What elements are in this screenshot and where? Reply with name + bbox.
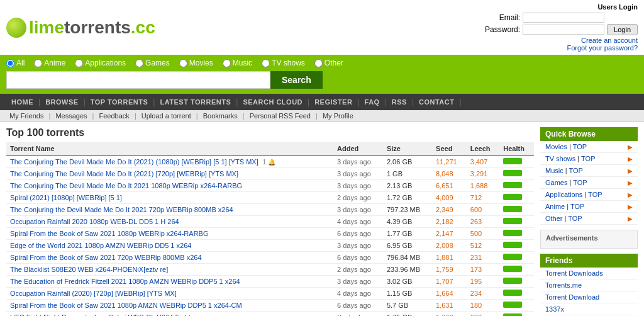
torrent-name-link[interactable]: The Conjuring The Devil Made Me Do It 20… bbox=[10, 182, 242, 189]
nav-home[interactable]: HOME bbox=[6, 97, 38, 107]
rss-icon-music[interactable]: ▶ bbox=[628, 167, 633, 174]
nav-top-torrents[interactable]: TOP TORRENTS bbox=[86, 97, 153, 107]
friend-torrent-download: Torrent Download bbox=[540, 291, 638, 303]
subnav-my-friends[interactable]: My Friends bbox=[6, 112, 47, 120]
torrent-size-cell: 797.23 MB bbox=[383, 204, 432, 216]
password-input[interactable] bbox=[523, 25, 604, 35]
friend-torrent-downloads-link[interactable]: Torrent Downloads bbox=[545, 269, 603, 277]
site-logo[interactable]: limetorrents.cc bbox=[6, 18, 155, 38]
subnav-upload[interactable]: Upload a torrent bbox=[138, 112, 194, 120]
torrent-added-cell: 3 days ago bbox=[333, 204, 383, 216]
quick-browse-box: Quick Browse Movies | TOP ▶ TV shows | T… bbox=[540, 127, 638, 225]
torrent-name-link[interactable]: The Conjuring The Devil Made Me Do It (2… bbox=[10, 158, 258, 166]
search-button[interactable]: Search bbox=[270, 71, 323, 89]
col-name: Torrent Name bbox=[6, 142, 333, 155]
radio-anime[interactable]: Anime bbox=[34, 59, 65, 67]
torrent-name-link[interactable]: The Conjuring the Devil Made Me Do It 20… bbox=[10, 206, 233, 213]
quick-tvshows-top-link[interactable]: TOP bbox=[581, 155, 595, 162]
email-input[interactable] bbox=[523, 13, 604, 23]
nav-faq[interactable]: FAQ bbox=[360, 97, 385, 107]
radio-other[interactable]: Other bbox=[314, 59, 343, 67]
torrent-added-cell: 3 days ago bbox=[333, 276, 383, 288]
subnav-feedback[interactable]: Feedback bbox=[96, 112, 133, 120]
torrent-size-cell: 2.13 GB bbox=[383, 180, 432, 192]
radio-movies[interactable]: Movies bbox=[179, 59, 213, 67]
radio-games[interactable]: Games bbox=[135, 59, 170, 67]
quick-anime-top-link[interactable]: TOP bbox=[570, 203, 584, 210]
quick-music-top-link[interactable]: TOP bbox=[569, 167, 583, 174]
nav-browse[interactable]: BROWSE bbox=[40, 97, 84, 107]
quick-games-top-link[interactable]: TOP bbox=[573, 179, 587, 186]
torrent-seed-cell: 1,707 bbox=[432, 276, 467, 288]
rss-icon-movies[interactable]: ▶ bbox=[628, 144, 633, 150]
torrent-seed-cell: 6,651 bbox=[432, 180, 467, 192]
health-bar bbox=[503, 218, 522, 224]
torrent-size-cell: 1.77 GB bbox=[383, 228, 432, 240]
rss-icon-apps[interactable]: ▶ bbox=[628, 191, 633, 198]
nav-register[interactable]: REGISTER bbox=[309, 97, 357, 107]
torrent-name-link[interactable]: UFC Fight Night Rozenstruik vs Sakai WEB… bbox=[10, 313, 191, 316]
friend-torrents-me-link[interactable]: Torrents.me bbox=[545, 281, 582, 289]
rss-icon-tvshows[interactable]: ▶ bbox=[628, 155, 633, 162]
health-bar bbox=[503, 302, 522, 308]
search-input[interactable] bbox=[6, 71, 270, 89]
torrent-leech-cell: 180 bbox=[467, 300, 499, 312]
quick-anime: Anime | TOP ▶ bbox=[540, 201, 638, 213]
quick-tvshows-link[interactable]: TV shows bbox=[545, 155, 575, 162]
forgot-password-link[interactable]: Forgot your password? bbox=[567, 44, 638, 52]
rss-icon-other[interactable]: ▶ bbox=[628, 215, 633, 222]
torrent-name-link[interactable]: Spiral From the Book of Saw 2021 1080p A… bbox=[10, 302, 242, 309]
subnav-rss-feed[interactable]: Personal RSS Feed bbox=[247, 112, 314, 120]
quick-other-top-link[interactable]: TOP bbox=[568, 215, 582, 222]
friend-torrent-download-link[interactable]: Torrent Download bbox=[545, 293, 599, 301]
radio-music[interactable]: Music bbox=[223, 59, 252, 67]
table-header-row: Torrent Name Added Size Seed Leech Healt… bbox=[6, 142, 534, 155]
torrent-health-cell bbox=[499, 240, 534, 252]
torrent-name-link[interactable]: Occupation Rainfall 2020 1080p WEB-DL DD… bbox=[10, 218, 179, 225]
quick-games-link[interactable]: Games bbox=[545, 179, 567, 186]
logo-cc: .cc bbox=[131, 18, 155, 37]
torrent-name-link[interactable]: Spiral (2021) [1080p] [WEBRip] [5 1] bbox=[10, 194, 122, 201]
torrent-added-cell: 6 days ago bbox=[333, 252, 383, 264]
quick-other-link[interactable]: Other bbox=[545, 215, 563, 222]
torrent-seed-cell: 2,182 bbox=[432, 216, 467, 228]
rss-icon-anime[interactable]: ▶ bbox=[628, 203, 633, 210]
torrent-added-cell: Yesterday bbox=[333, 312, 383, 317]
subnav-bookmarks[interactable]: Bookmarks bbox=[200, 112, 241, 120]
table-row: The Education of Fredrick Fitzell 2021 1… bbox=[6, 276, 534, 288]
health-bar bbox=[503, 206, 522, 212]
col-size: Size bbox=[383, 142, 432, 155]
nav-contact[interactable]: CONTACT bbox=[414, 97, 459, 107]
subnav-profile[interactable]: My Profile bbox=[319, 112, 357, 120]
torrent-name-link[interactable]: The Conjuring The Devil Made Me Do It (2… bbox=[10, 170, 238, 178]
nav-latest-torrents[interactable]: LATEST TORRENTS bbox=[155, 97, 236, 107]
radio-all[interactable]: All bbox=[6, 59, 25, 67]
torrent-name-link[interactable]: Spiral From the Book of Saw 2021 1080p W… bbox=[10, 230, 208, 237]
friend-1337x-link[interactable]: 1337x bbox=[545, 305, 564, 313]
subnav-messages[interactable]: Messages bbox=[52, 112, 90, 120]
login-button[interactable]: Login bbox=[607, 24, 638, 35]
quick-apps-link[interactable]: Applications bbox=[545, 191, 582, 198]
create-account-link[interactable]: Create an account bbox=[581, 37, 638, 44]
quick-anime-link[interactable]: Anime bbox=[545, 203, 565, 210]
quick-applications: Applications | TOP ▶ bbox=[540, 189, 638, 201]
quick-apps-top-link[interactable]: TOP bbox=[588, 191, 602, 198]
rss-icon-games[interactable]: ▶ bbox=[628, 179, 633, 186]
torrent-size-cell: 6.95 GB bbox=[383, 240, 432, 252]
torrent-name-link[interactable]: The Education of Fredrick Fitzell 2021 1… bbox=[10, 278, 240, 285]
torrent-name-link[interactable]: Edge of the World 2021 1080p AMZN WEBRip… bbox=[10, 242, 191, 249]
quick-music-link[interactable]: Music bbox=[545, 167, 564, 174]
torrent-name-cell: UFC Fight Night Rozenstruik vs Sakai WEB… bbox=[6, 312, 333, 317]
quick-movies-link[interactable]: Movies bbox=[545, 143, 567, 150]
nav-rss[interactable]: RSS bbox=[387, 97, 412, 107]
torrent-name-link[interactable]: Occupation Rainfall (2020) [720p] [WEBRi… bbox=[10, 290, 177, 297]
torrent-name-link[interactable]: The Blacklist S08E20 WEB x264-PHOENiX[ez… bbox=[10, 266, 168, 273]
nav-search-cloud[interactable]: SEARCH CLOUD bbox=[238, 97, 308, 107]
torrent-name-link[interactable]: Spiral From the Book of Saw 2021 720p WE… bbox=[10, 254, 202, 261]
quick-movies-top-link[interactable]: TOP bbox=[573, 143, 587, 150]
torrent-health-cell bbox=[499, 192, 534, 204]
radio-applications[interactable]: Applications bbox=[75, 59, 126, 67]
radio-tvshows[interactable]: TV shows bbox=[262, 59, 305, 67]
torrent-size-cell: 5.7 GB bbox=[383, 300, 432, 312]
torrent-added-cell: 4 days ago bbox=[333, 288, 383, 300]
